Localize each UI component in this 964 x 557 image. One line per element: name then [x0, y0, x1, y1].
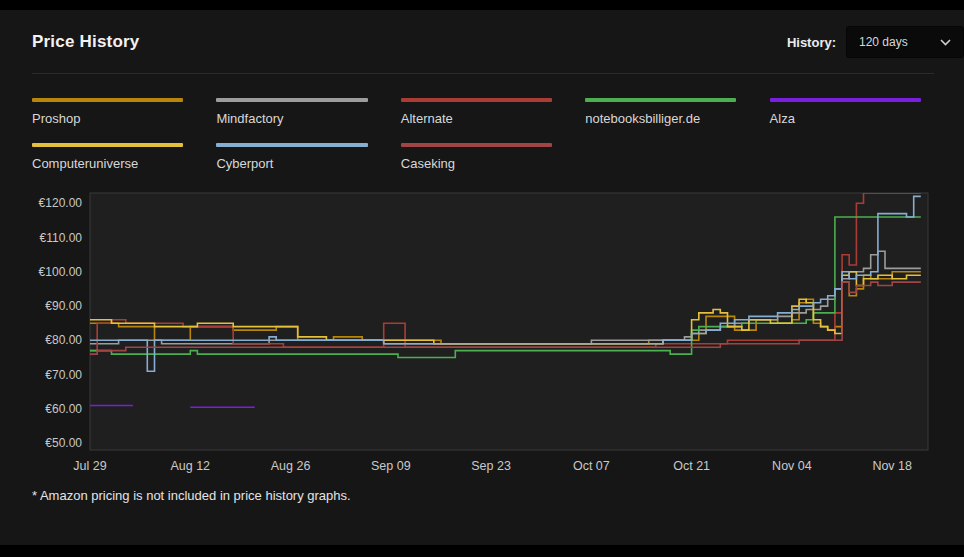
legend: ProshopMindfactoryAlternatenotebooksbill…	[32, 98, 934, 171]
legend-label: Alternate	[401, 111, 565, 126]
history-control: History: 120 days	[787, 26, 934, 58]
legend-color-bar	[216, 98, 367, 102]
x-tick-label: Nov 04	[772, 459, 812, 473]
legend-item-caseking[interactable]: Caseking	[401, 143, 565, 171]
header-divider	[32, 73, 934, 74]
legend-label: Alza	[770, 111, 934, 126]
legend-item-computeruniverse[interactable]: Computeruniverse	[32, 143, 196, 171]
legend-item-proshop[interactable]: Proshop	[32, 98, 196, 126]
legend-label: Caseking	[401, 156, 565, 171]
x-tick-label: Sep 09	[371, 459, 411, 473]
history-range-select[interactable]: 120 days	[846, 26, 964, 58]
y-tick-label: €100.00	[39, 265, 83, 279]
x-tick-label: Oct 07	[573, 459, 610, 473]
header: Price History History: 120 days	[32, 26, 934, 58]
x-tick-label: Aug 12	[170, 459, 210, 473]
legend-label: Proshop	[32, 111, 196, 126]
legend-color-bar	[401, 98, 552, 102]
y-tick-label: €50.00	[45, 436, 82, 450]
chart-canvas[interactable]: €120.00€110.00€100.00€90.00€80.00€70.00€…	[32, 183, 934, 478]
legend-color-bar	[770, 98, 921, 102]
legend-label: Computeruniverse	[32, 156, 196, 171]
x-tick-label: Oct 21	[673, 459, 710, 473]
legend-color-bar	[401, 143, 552, 147]
legend-item-notebooksbilliger-de[interactable]: notebooksbilliger.de	[585, 98, 749, 126]
x-tick-label: Nov 18	[872, 459, 912, 473]
legend-color-bar	[32, 98, 183, 102]
y-tick-label: €70.00	[45, 368, 82, 382]
y-tick-label: €60.00	[45, 402, 82, 416]
legend-label: Cyberport	[216, 156, 380, 171]
legend-label: Mindfactory	[216, 111, 380, 126]
legend-item-cyberport[interactable]: Cyberport	[216, 143, 380, 171]
y-tick-label: €80.00	[45, 333, 82, 347]
x-tick-label: Sep 23	[471, 459, 511, 473]
price-history-chart[interactable]: €120.00€110.00€100.00€90.00€80.00€70.00€…	[32, 183, 934, 482]
x-tick-label: Jul 29	[73, 459, 106, 473]
y-tick-label: €110.00	[40, 231, 83, 245]
history-label: History:	[787, 35, 836, 50]
history-range-value: 120 days	[859, 35, 908, 49]
legend-color-bar	[216, 143, 367, 147]
legend-label: notebooksbilliger.de	[585, 111, 749, 126]
chevron-down-icon	[940, 39, 951, 46]
legend-item-alza[interactable]: Alza	[770, 98, 934, 126]
y-tick-label: €120.00	[39, 196, 83, 210]
amazon-footnote: * Amazon pricing is not included in pric…	[32, 488, 934, 503]
legend-item-mindfactory[interactable]: Mindfactory	[216, 98, 380, 126]
y-tick-label: €90.00	[45, 299, 82, 313]
legend-color-bar	[32, 143, 183, 147]
page-title: Price History	[32, 32, 139, 52]
x-tick-label: Aug 26	[271, 459, 311, 473]
price-history-panel: Price History History: 120 days ProshopM…	[0, 10, 964, 545]
plot-area	[90, 193, 928, 450]
legend-item-alternate[interactable]: Alternate	[401, 98, 565, 126]
legend-color-bar	[585, 98, 736, 102]
